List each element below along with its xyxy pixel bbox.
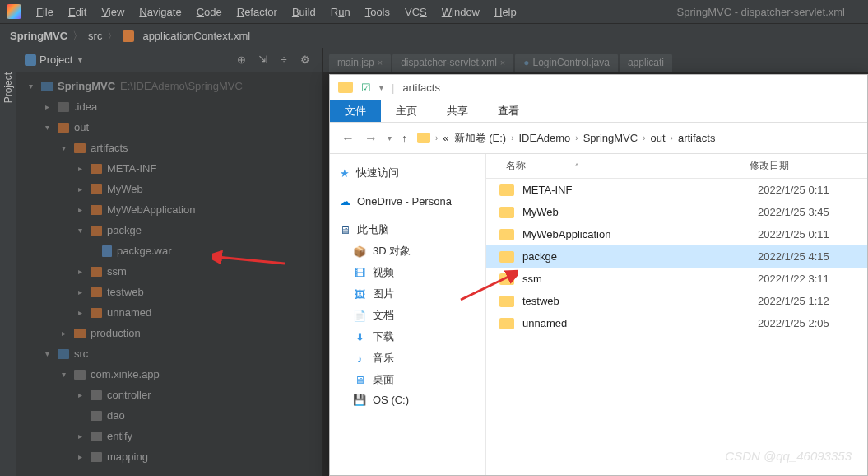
project-tree[interactable]: ▾SpringMVCE:\IDEAdemo\SpringMVC ▸.idea ▾… [16,72,322,476]
menu-view[interactable]: View [95,4,131,20]
check-icon[interactable]: ☑ [361,82,371,94]
folder-icon [91,164,102,174]
crumb-file[interactable]: applicationContext.xml [142,30,250,42]
tree-entify[interactable]: ▸entify [16,426,322,446]
crumb-sep: 〉 [72,29,83,44]
tree-pkg-root[interactable]: ▾com.xinke.app [16,364,322,385]
ribbon-view[interactable]: 查看 [483,100,534,122]
menu-edit[interactable]: Edit [62,4,93,20]
tree-out[interactable]: ▾out [16,117,322,138]
sort-arrow-icon: ^ [575,162,578,170]
explorer-window[interactable]: ☑ ▾ | artifacts 文件 主页 共享 查看 ← → ▾ ↑ › « … [329,74,868,476]
menubar: File Edit View Navigate Code Refactor Bu… [0,0,868,23]
list-item[interactable]: MyWeb2022/1/25 3:45 [486,201,867,223]
nav-back-icon[interactable]: ← [341,131,355,146]
crumb-src[interactable]: src [88,30,102,42]
list-item[interactable]: META-INF2022/1/25 0:11 [486,179,867,201]
tree-artifacts[interactable]: ▾artifacts [16,138,322,158]
menu-vcs[interactable]: VCS [398,4,434,20]
tree-src[interactable]: ▾src [16,343,322,364]
folder-icon [499,251,514,263]
tree-mapping[interactable]: ▸mapping [16,446,322,467]
sidebar-tab[interactable]: Project [0,48,16,476]
nav-pics[interactable]: 🖼图片 [335,283,480,305]
ribbon-file[interactable]: 文件 [330,100,381,122]
folder-icon [499,318,514,329]
watermark: CSDN @qq_46093353 [725,449,852,463]
collapse-icon[interactable]: ÷ [276,52,292,68]
menu-refactor[interactable]: Refactor [230,4,284,20]
menu-build[interactable]: Build [285,4,323,20]
ribbon-home[interactable]: 主页 [381,100,432,122]
nav-up-icon[interactable]: ↑ [402,132,407,145]
folder-icon [499,184,514,196]
explorer-nav-pane[interactable]: ★快速访问 ☁OneDrive - Persona 🖥此电脑 📦3D 对象 🎞视… [330,154,486,475]
dropdown-icon[interactable]: ▼ [76,55,84,64]
menu-tools[interactable]: Tools [359,4,397,20]
close-icon[interactable]: × [500,58,505,68]
gear-icon[interactable]: ⚙ [297,52,313,68]
nav-fwd-icon[interactable]: → [364,131,378,146]
tree-mywebapp[interactable]: ▸MyWebApplication [16,199,322,220]
ribbon-share[interactable]: 共享 [432,100,483,122]
tree-packge[interactable]: ▾packge [16,220,322,240]
panel-header: Project ▼ ⊕ ⇲ ÷ ⚙ [16,48,322,72]
folder-icon [91,308,102,318]
tree-meta[interactable]: ▸META-INF [16,158,322,179]
tree-root[interactable]: ▾SpringMVCE:\IDEAdemo\SpringMVC [16,76,322,96]
folder-icon [91,287,102,297]
menu-window[interactable]: Window [435,4,486,20]
nav-desktop[interactable]: 🖥桌面 [335,369,480,390]
close-icon[interactable]: × [378,58,383,68]
list-item[interactable]: testweb2022/1/25 1:12 [486,290,867,312]
folder-icon [91,184,102,194]
column-headers[interactable]: 名称^ 修改日期 [486,154,867,179]
quick-access[interactable]: ★快速访问 [335,162,480,184]
menu-file[interactable]: File [30,4,60,20]
folder-icon [74,329,86,338]
dropdown-icon[interactable]: ▾ [379,83,383,92]
nav-video[interactable]: 🎞视频 [335,262,480,283]
tree-ssm[interactable]: ▸ssm [16,261,322,282]
folder-icon [91,205,102,215]
explorer-title: artifacts [402,82,440,94]
nav-recent-icon[interactable]: ▾ [388,133,392,142]
explorer-titlebar[interactable]: ☑ ▾ | artifacts [330,75,867,100]
tree-packge-war[interactable]: packge.war [16,240,322,261]
menu-help[interactable]: Help [488,4,523,20]
tree-myweb[interactable]: ▸MyWeb [16,179,322,199]
menu-code[interactable]: Code [190,4,229,20]
tree-controller[interactable]: ▸controller [16,385,322,405]
list-item[interactable]: MyWebApplication2022/1/25 0:11 [486,223,867,245]
tree-dao[interactable]: dao [16,405,322,426]
folder-icon [91,226,102,236]
tree-production[interactable]: ▸production [16,323,322,343]
tab-login[interactable]: ●LoginControl.java [515,54,618,72]
tree-idea[interactable]: ▸.idea [16,96,322,117]
tab-dispatcher[interactable]: dispatcher-servlet.xml× [392,54,513,72]
expand-icon[interactable]: ⇲ [254,52,271,68]
tree-testweb[interactable]: ▸testweb [16,282,322,302]
tree-unnamed[interactable]: ▸unnamed [16,302,322,323]
tab-main-jsp[interactable]: main.jsp× [329,54,391,72]
sidebar-tab-label: Project [2,72,14,103]
list-item[interactable]: packge2022/1/25 4:15 [486,245,867,268]
window-title: SpringMVC - dispatcher-servlet.xml [677,6,861,18]
folder-icon [58,349,69,359]
nav-os-c[interactable]: 💾OS (C:) [335,390,480,409]
onedrive[interactable]: ☁OneDrive - Persona [335,192,480,211]
target-icon[interactable]: ⊕ [233,52,249,68]
project-panel: Project ▼ ⊕ ⇲ ÷ ⚙ ▾SpringMVCE:\IDEAdemo\… [16,48,323,476]
menu-run[interactable]: Run [324,4,357,20]
crumb-project[interactable]: SpringMVC [10,30,67,42]
menu-navigate[interactable]: Navigate [132,4,188,20]
address-bar[interactable]: › « 新加卷 (E:)› IDEAdemo› SpringMVC› out› … [417,131,856,146]
list-item[interactable]: ssm2022/1/22 3:11 [486,268,867,290]
this-pc[interactable]: 🖥此电脑 [335,219,480,240]
nav-3d[interactable]: 📦3D 对象 [335,240,480,262]
nav-music[interactable]: ♪音乐 [335,348,480,369]
tab-applicati[interactable]: applicati [620,54,672,72]
nav-dl[interactable]: ⬇下载 [335,326,480,348]
list-item[interactable]: unnamed2022/1/25 2:05 [486,312,867,334]
nav-docs[interactable]: 📄文档 [335,305,480,326]
